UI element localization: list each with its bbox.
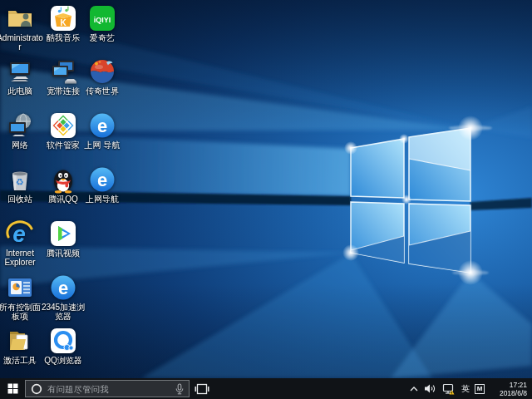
network-button[interactable] [441, 378, 456, 399]
desktop-icon-label: Administrator [0, 33, 43, 52]
iqiyi-icon: iQIYI [88, 4, 116, 32]
desktop-icon-software-manager-9[interactable]: 软件管家 [43, 111, 83, 150]
taskbar: 英 M 17:21 2018/6/8 [0, 378, 532, 399]
svg-text:e: e [97, 116, 107, 136]
desktop-icon-label: 回收站 [0, 195, 43, 204]
task-view-icon [195, 383, 209, 395]
svg-text:K: K [60, 18, 66, 27]
desktop-icon-broadband-8[interactable]: 宽带连接 [43, 57, 83, 96]
desktop-icon-grid: Administrator此电脑网络♻回收站eInternet Explorer… [0, 0, 532, 378]
clock-time: 17:21 [490, 381, 527, 389]
search-input[interactable] [47, 384, 170, 394]
broadband-icon [49, 57, 77, 86]
kuwo-music-icon: K [49, 4, 77, 32]
chevron-up-icon [410, 386, 418, 392]
desktop-icon-2345-browser-12[interactable]: e2345加速浏览器 [43, 273, 83, 321]
user-folder-icon [6, 4, 34, 32]
desktop-icon-network-2[interactable]: 网络 [0, 111, 40, 150]
software-manager-icon [49, 111, 77, 140]
nav-browser-icon: e [88, 165, 116, 194]
desktop-icon-label: 腾讯视频 [40, 249, 86, 258]
desktop-icon-tencent-video-11[interactable]: 腾讯视频 [43, 219, 83, 258]
desktop-icon-iqiyi-14[interactable]: iQIYI爱奇艺 [82, 4, 122, 42]
cortana-circle-icon [31, 383, 42, 395]
volume-button[interactable] [423, 378, 437, 399]
desktop-icon-label: 所有控制面板项 [0, 303, 43, 321]
desktop-icon-internet-explorer-4[interactable]: eInternet Explorer [0, 219, 40, 267]
svg-text:e: e [97, 170, 107, 190]
desktop-icon-kuwo-music-7[interactable]: K酷我音乐 [43, 4, 83, 42]
svg-text:iQIYI: iQIYI [94, 16, 111, 24]
legend-world-icon [88, 57, 116, 86]
internet-explorer-icon: e [6, 219, 34, 248]
qq-browser-icon [49, 327, 77, 355]
desktop-icon-recycle-bin-3[interactable]: ♻回收站 [0, 165, 40, 204]
qq-icon [49, 165, 77, 194]
desktop-icon-nav-browser-17[interactable]: e上网导航 [82, 165, 122, 204]
tray-expand-button[interactable] [409, 378, 419, 399]
start-button[interactable] [0, 378, 25, 399]
svg-text:e: e [12, 221, 26, 247]
desktop-icon-qq-10[interactable]: 腾讯QQ [43, 165, 83, 204]
desktop[interactable]: Administrator此电脑网络♻回收站eInternet Explorer… [0, 0, 532, 378]
nav-browser-icon: e [88, 111, 116, 140]
svg-text:e: e [58, 278, 68, 298]
desktop-icon-qq-browser-13[interactable]: QQ浏览器 [43, 327, 83, 365]
microphone-icon[interactable] [175, 383, 185, 395]
desktop-icon-activation-tool-6[interactable]: e激活工具 [0, 327, 40, 365]
task-view-button[interactable] [190, 378, 214, 399]
desktop-icon-label: 上网导航 [79, 195, 126, 204]
desktop-icon-label: 传奇世界 [79, 86, 126, 96]
language-indicator[interactable]: 英 [461, 383, 470, 395]
this-pc-icon [6, 57, 34, 86]
windows-logo-icon [7, 383, 18, 394]
ime-indicator[interactable]: M [475, 384, 485, 394]
volume-icon [424, 383, 436, 394]
desktop-icon-label: 此电脑 [0, 86, 43, 96]
taskbar-search[interactable] [25, 380, 190, 397]
taskbar-clock[interactable]: 17:21 2018/6/8 [489, 381, 529, 397]
desktop-icon-control-panel-5[interactable]: 所有控制面板项 [0, 273, 40, 321]
network-warning-icon [442, 383, 456, 395]
network-icon [6, 111, 34, 140]
control-panel-icon [6, 273, 34, 302]
desktop-icon-user-folder-0[interactable]: Administrator [0, 4, 40, 52]
clock-date: 2018/6/8 [490, 389, 527, 397]
system-tray: 英 M 17:21 2018/6/8 [409, 378, 532, 399]
desktop-icon-label: 激活工具 [0, 356, 43, 365]
desktop-icon-nav-browser-16[interactable]: e上网 导航 [82, 111, 122, 150]
desktop-icon-legend-world-15[interactable]: 传奇世界 [82, 57, 122, 96]
desktop-icon-label: 爱奇艺 [79, 33, 126, 42]
tencent-video-icon [49, 219, 77, 248]
desktop-icon-label: 网络 [0, 140, 43, 150]
desktop-icon-label: QQ浏览器 [40, 356, 86, 365]
svg-text:♻: ♻ [16, 177, 24, 188]
desktop-icon-this-pc-1[interactable]: 此电脑 [0, 57, 40, 96]
activation-tool-icon: e [6, 327, 34, 355]
desktop-icon-label: 2345加速浏览器 [40, 303, 86, 321]
desktop-icon-label: 上网 导航 [79, 140, 126, 150]
2345-browser-icon: e [49, 273, 77, 302]
recycle-bin-icon: ♻ [6, 165, 34, 194]
desktop-icon-label: Internet Explorer [0, 249, 43, 267]
